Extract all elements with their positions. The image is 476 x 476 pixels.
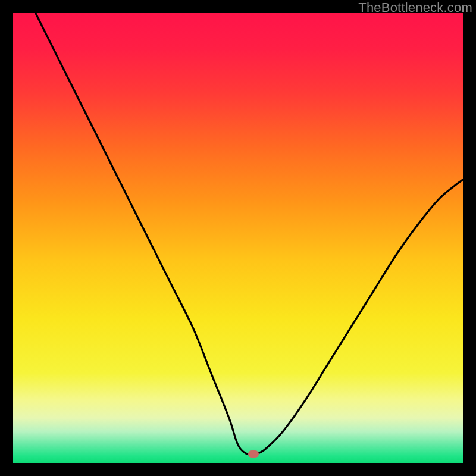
optimum-marker (248, 450, 259, 458)
plot-area (13, 13, 463, 463)
chart-frame: TheBottleneck.com (0, 0, 476, 476)
bottleneck-curve (13, 13, 463, 463)
